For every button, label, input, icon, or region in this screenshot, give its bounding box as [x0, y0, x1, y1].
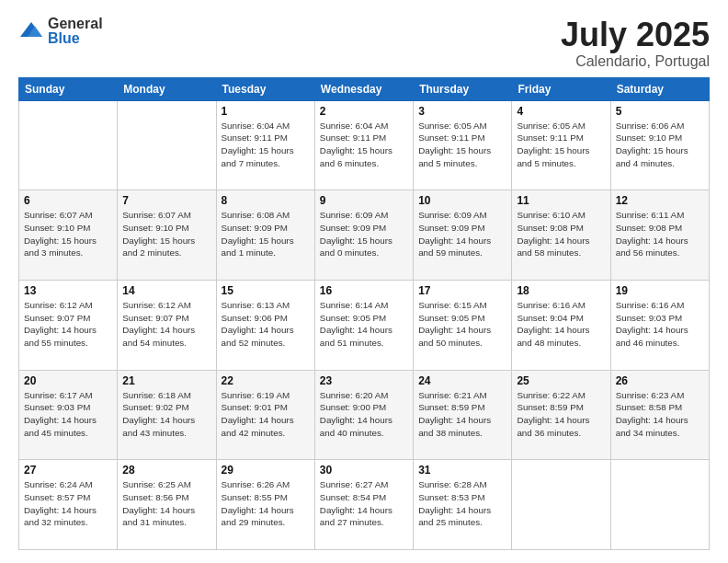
day-cell-3-5: 25Sunrise: 6:22 AM Sunset: 8:59 PM Dayli… [512, 370, 610, 460]
day-detail-4-0: Sunrise: 6:24 AM Sunset: 8:57 PM Dayligh… [24, 478, 112, 529]
day-number-0-6: 5 [616, 105, 704, 118]
day-detail-2-6: Sunrise: 6:16 AM Sunset: 9:03 PM Dayligh… [616, 299, 704, 350]
day-detail-2-2: Sunrise: 6:13 AM Sunset: 9:06 PM Dayligh… [222, 299, 310, 350]
day-cell-4-2: 29Sunrise: 6:26 AM Sunset: 8:55 PM Dayli… [216, 460, 314, 550]
day-detail-0-2: Sunrise: 6:04 AM Sunset: 9:11 PM Dayligh… [222, 120, 310, 170]
day-number-4-1: 28 [122, 464, 210, 477]
day-number-1-2: 8 [222, 194, 310, 207]
day-cell-2-6: 19Sunrise: 6:16 AM Sunset: 9:03 PM Dayli… [610, 280, 709, 370]
day-detail-3-1: Sunrise: 6:18 AM Sunset: 9:02 PM Dayligh… [122, 389, 210, 440]
day-number-1-4: 10 [418, 194, 506, 207]
logo-text: General Blue [48, 17, 103, 46]
day-cell-3-3: 23Sunrise: 6:20 AM Sunset: 9:00 PM Dayli… [314, 370, 413, 460]
calendar-table: Sunday Monday Tuesday Wednesday Thursday… [18, 77, 710, 550]
day-cell-0-0 [19, 100, 118, 190]
day-cell-0-6: 5Sunrise: 6:06 AM Sunset: 9:10 PM Daylig… [610, 100, 709, 190]
day-cell-0-2: 1Sunrise: 6:04 AM Sunset: 9:11 PM Daylig… [216, 100, 314, 190]
day-number-3-5: 25 [517, 374, 605, 387]
day-detail-4-1: Sunrise: 6:25 AM Sunset: 8:56 PM Dayligh… [122, 478, 210, 529]
day-detail-3-5: Sunrise: 6:22 AM Sunset: 8:59 PM Dayligh… [517, 389, 605, 440]
day-number-2-5: 18 [517, 284, 605, 297]
day-number-0-4: 3 [418, 105, 506, 118]
day-cell-2-1: 14Sunrise: 6:12 AM Sunset: 9:07 PM Dayli… [118, 280, 216, 370]
day-cell-0-3: 2Sunrise: 6:04 AM Sunset: 9:11 PM Daylig… [314, 100, 413, 190]
day-number-2-4: 17 [418, 284, 506, 297]
header-row: Sunday Monday Tuesday Wednesday Thursday… [19, 77, 710, 100]
week-row-0: 1Sunrise: 6:04 AM Sunset: 9:11 PM Daylig… [19, 100, 710, 190]
day-number-2-1: 14 [122, 284, 210, 297]
week-row-2: 13Sunrise: 6:12 AM Sunset: 9:07 PM Dayli… [19, 280, 710, 370]
day-number-4-2: 29 [222, 464, 310, 477]
day-number-0-2: 1 [222, 105, 310, 118]
day-detail-2-3: Sunrise: 6:14 AM Sunset: 9:05 PM Dayligh… [320, 299, 408, 350]
header-friday: Friday [512, 77, 610, 100]
day-cell-2-4: 17Sunrise: 6:15 AM Sunset: 9:05 PM Dayli… [414, 280, 512, 370]
day-cell-2-5: 18Sunrise: 6:16 AM Sunset: 9:04 PM Dayli… [512, 280, 610, 370]
day-cell-1-2: 8Sunrise: 6:08 AM Sunset: 9:09 PM Daylig… [216, 190, 314, 281]
week-row-4: 27Sunrise: 6:24 AM Sunset: 8:57 PM Dayli… [19, 460, 710, 550]
logo-icon [18, 18, 44, 44]
day-detail-3-3: Sunrise: 6:20 AM Sunset: 9:00 PM Dayligh… [320, 389, 408, 440]
day-detail-2-5: Sunrise: 6:16 AM Sunset: 9:04 PM Dayligh… [517, 299, 605, 350]
day-cell-0-5: 4Sunrise: 6:05 AM Sunset: 9:11 PM Daylig… [512, 100, 610, 190]
day-cell-4-3: 30Sunrise: 6:27 AM Sunset: 8:54 PM Dayli… [314, 460, 413, 550]
day-number-0-3: 2 [320, 105, 408, 118]
day-cell-0-1 [118, 100, 216, 190]
day-cell-4-6 [610, 460, 709, 550]
day-detail-1-0: Sunrise: 6:07 AM Sunset: 9:10 PM Dayligh… [24, 209, 112, 259]
day-cell-3-6: 26Sunrise: 6:23 AM Sunset: 8:58 PM Dayli… [610, 370, 709, 460]
subtitle: Calendario, Portugal [561, 53, 710, 70]
day-detail-2-4: Sunrise: 6:15 AM Sunset: 9:05 PM Dayligh… [418, 299, 506, 350]
day-cell-3-2: 22Sunrise: 6:19 AM Sunset: 9:01 PM Dayli… [216, 370, 314, 460]
day-cell-1-1: 7Sunrise: 6:07 AM Sunset: 9:10 PM Daylig… [118, 190, 216, 281]
day-cell-1-5: 11Sunrise: 6:10 AM Sunset: 9:08 PM Dayli… [512, 190, 610, 281]
title-section: July 2025 Calendario, Portugal [561, 17, 710, 70]
day-detail-0-4: Sunrise: 6:05 AM Sunset: 9:11 PM Dayligh… [418, 120, 506, 170]
day-cell-2-3: 16Sunrise: 6:14 AM Sunset: 9:05 PM Dayli… [314, 280, 413, 370]
day-number-2-0: 13 [24, 284, 112, 297]
day-number-1-1: 7 [122, 194, 210, 207]
day-detail-1-3: Sunrise: 6:09 AM Sunset: 9:09 PM Dayligh… [320, 209, 408, 259]
day-cell-3-1: 21Sunrise: 6:18 AM Sunset: 9:02 PM Dayli… [118, 370, 216, 460]
day-cell-4-5 [512, 460, 610, 550]
day-detail-1-2: Sunrise: 6:08 AM Sunset: 9:09 PM Dayligh… [222, 209, 310, 259]
header-tuesday: Tuesday [216, 77, 314, 100]
day-detail-1-5: Sunrise: 6:10 AM Sunset: 9:08 PM Dayligh… [517, 209, 605, 259]
day-cell-3-0: 20Sunrise: 6:17 AM Sunset: 9:03 PM Dayli… [19, 370, 118, 460]
header-thursday: Thursday [414, 77, 512, 100]
logo-general-text: General [48, 17, 103, 31]
day-cell-1-3: 9Sunrise: 6:09 AM Sunset: 9:09 PM Daylig… [314, 190, 413, 281]
header-sunday: Sunday [19, 77, 118, 100]
day-number-0-5: 4 [517, 105, 605, 118]
main-title: July 2025 [561, 17, 710, 53]
day-detail-1-1: Sunrise: 6:07 AM Sunset: 9:10 PM Dayligh… [122, 209, 210, 259]
day-detail-3-6: Sunrise: 6:23 AM Sunset: 8:58 PM Dayligh… [616, 389, 704, 440]
day-number-4-0: 27 [24, 464, 112, 477]
day-number-3-0: 20 [24, 374, 112, 387]
day-detail-3-0: Sunrise: 6:17 AM Sunset: 9:03 PM Dayligh… [24, 389, 112, 440]
header-monday: Monday [118, 77, 216, 100]
logo-blue-text: Blue [48, 31, 103, 46]
day-detail-1-4: Sunrise: 6:09 AM Sunset: 9:09 PM Dayligh… [418, 209, 506, 259]
day-number-4-4: 31 [418, 464, 506, 477]
day-cell-2-2: 15Sunrise: 6:13 AM Sunset: 9:06 PM Dayli… [216, 280, 314, 370]
day-cell-3-4: 24Sunrise: 6:21 AM Sunset: 8:59 PM Dayli… [414, 370, 512, 460]
day-number-3-2: 22 [222, 374, 310, 387]
day-detail-0-6: Sunrise: 6:06 AM Sunset: 9:10 PM Dayligh… [616, 120, 704, 170]
day-detail-4-2: Sunrise: 6:26 AM Sunset: 8:55 PM Dayligh… [222, 478, 310, 529]
day-detail-0-3: Sunrise: 6:04 AM Sunset: 9:11 PM Dayligh… [320, 120, 408, 170]
day-number-1-6: 12 [616, 194, 704, 207]
day-number-3-4: 24 [418, 374, 506, 387]
day-number-3-6: 26 [616, 374, 704, 387]
day-detail-4-3: Sunrise: 6:27 AM Sunset: 8:54 PM Dayligh… [320, 478, 408, 529]
header-wednesday: Wednesday [314, 77, 413, 100]
week-row-3: 20Sunrise: 6:17 AM Sunset: 9:03 PM Dayli… [19, 370, 710, 460]
day-detail-2-1: Sunrise: 6:12 AM Sunset: 9:07 PM Dayligh… [122, 299, 210, 350]
day-detail-0-5: Sunrise: 6:05 AM Sunset: 9:11 PM Dayligh… [517, 120, 605, 170]
day-cell-4-4: 31Sunrise: 6:28 AM Sunset: 8:53 PM Dayli… [414, 460, 512, 550]
day-number-1-0: 6 [24, 194, 112, 207]
day-cell-2-0: 13Sunrise: 6:12 AM Sunset: 9:07 PM Dayli… [19, 280, 118, 370]
day-detail-2-0: Sunrise: 6:12 AM Sunset: 9:07 PM Dayligh… [24, 299, 112, 350]
day-cell-1-0: 6Sunrise: 6:07 AM Sunset: 9:10 PM Daylig… [19, 190, 118, 281]
day-number-2-3: 16 [320, 284, 408, 297]
